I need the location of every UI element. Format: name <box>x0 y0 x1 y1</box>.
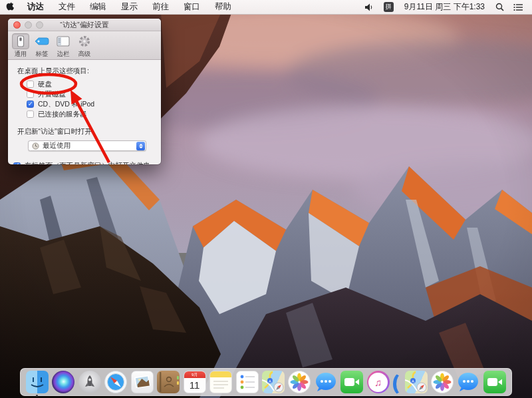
dock-mail-icon[interactable] <box>131 371 154 393</box>
notification-center-icon[interactable] <box>509 0 527 14</box>
general-icon <box>12 33 29 49</box>
dock: 9月 11 A <box>20 368 512 396</box>
menu-item-edit[interactable]: 编辑 <box>82 0 114 14</box>
dock-facetime-icon[interactable] <box>340 371 363 393</box>
itunes-note-glyph: ♫ <box>368 373 388 392</box>
dock-notes-icon[interactable] <box>209 371 232 393</box>
external-disks-checkbox[interactable] <box>27 91 34 98</box>
tab-tags-label: 标签 <box>36 50 49 59</box>
dock-itunes-icon[interactable]: ♫ <box>367 371 390 393</box>
new-window-dropdown[interactable]: 最近使用 <box>28 140 146 151</box>
tab-advanced-label: 高级 <box>78 50 91 59</box>
calendar-month: 9月 <box>184 371 205 378</box>
volume-icon[interactable] <box>361 0 378 14</box>
close-button[interactable] <box>13 21 21 29</box>
gear-icon <box>76 33 93 49</box>
apple-menu-icon[interactable] <box>0 0 20 14</box>
open-in-tabs-checkbox[interactable] <box>13 162 21 165</box>
dropdown-stepper-icon <box>136 142 145 150</box>
dock-siri-icon[interactable] <box>52 371 74 393</box>
preferences-body: 在桌面上显示这些项目: 硬盘 外置磁盘 CD、DVD 和 iPod 已连接的服务… <box>8 60 161 164</box>
input-method-icon[interactable]: 拼 <box>380 0 398 14</box>
open-in-tabs-label: 在标签页（而不是新窗口）中打开文件夹 <box>25 161 150 164</box>
menu-item-help[interactable]: 帮助 <box>207 0 239 14</box>
checkbox-row-servers[interactable]: 已连接的服务器 <box>27 110 161 118</box>
new-window-label: 开启新“访达”窗口时打开: <box>17 127 161 136</box>
window-title: “访达”偏好设置 <box>60 20 108 30</box>
dock-calendar-icon[interactable]: 9月 11 <box>184 371 206 393</box>
dock-reminders-icon[interactable] <box>236 371 259 393</box>
tab-advanced[interactable]: 高级 <box>76 33 93 59</box>
desktop-items-label: 在桌面上显示这些项目: <box>17 67 161 76</box>
cds-label: CD、DVD 和 iPod <box>38 100 94 109</box>
input-method-label: 拼 <box>384 2 394 12</box>
hard-disks-label: 硬盘 <box>38 80 52 89</box>
dock-messages-icon[interactable] <box>315 371 337 393</box>
calendar-day: 11 <box>184 378 205 393</box>
zoom-button[interactable] <box>36 21 43 29</box>
menu-item-window[interactable]: 窗口 <box>176 0 207 14</box>
hard-disks-checkbox[interactable] <box>27 81 34 88</box>
dock-safari-icon[interactable] <box>104 371 127 393</box>
sidebar-icon <box>55 33 72 49</box>
dropdown-value: 最近使用 <box>43 141 70 150</box>
svg-text:A: A <box>412 379 414 383</box>
dock-maps-icon-2[interactable]: A <box>405 371 428 393</box>
tab-general-label: 通用 <box>15 50 27 59</box>
finder-preferences-window: “访达”偏好设置 通用 标签 <box>8 19 161 164</box>
dock-photos-icon[interactable] <box>288 371 311 393</box>
checkbox-row-external-disks[interactable]: 外置磁盘 <box>27 91 161 98</box>
dock-partial-app-icon[interactable] <box>393 371 401 393</box>
menu-item-view[interactable]: 显示 <box>114 0 145 14</box>
dock-maps-icon[interactable]: A <box>262 371 285 393</box>
svg-text:A: A <box>269 379 271 383</box>
checkbox-row-cds[interactable]: CD、DVD 和 iPod <box>27 100 161 108</box>
menu-bar: 访达 文件 编辑 显示 前往 窗口 帮助 拼 9月11日 周三 下午1:33 <box>0 0 532 15</box>
tag-icon <box>33 33 51 49</box>
menubar-clock[interactable]: 9月11日 周三 下午1:33 <box>399 1 490 13</box>
tab-general[interactable]: 通用 <box>12 33 29 59</box>
search-icon[interactable] <box>491 0 508 14</box>
cds-checkbox[interactable] <box>27 100 34 108</box>
menu-item-file[interactable]: 文件 <box>51 0 82 14</box>
servers-checkbox[interactable] <box>27 110 34 118</box>
external-disks-label: 外置磁盘 <box>38 90 66 99</box>
dock-photos-icon-2[interactable] <box>431 371 454 393</box>
menu-item-finder[interactable]: 访达 <box>20 0 51 14</box>
minimize-button[interactable] <box>25 21 32 29</box>
tab-sidebar-label: 边栏 <box>57 50 70 59</box>
servers-label: 已连接的服务器 <box>38 110 87 119</box>
dock-facetime-icon-2[interactable] <box>483 371 506 393</box>
tab-sidebar[interactable]: 边栏 <box>55 33 72 59</box>
window-titlebar[interactable]: “访达”偏好设置 <box>8 19 161 31</box>
checkbox-row-hard-disks[interactable]: 硬盘 <box>27 81 161 88</box>
dock-contacts-icon[interactable] <box>157 371 180 393</box>
dock-finder-icon[interactable] <box>26 371 49 393</box>
recents-icon <box>32 142 39 150</box>
tab-tags[interactable]: 标签 <box>33 33 51 59</box>
dock-launchpad-icon[interactable] <box>78 371 101 393</box>
preferences-toolbar: 通用 标签 边栏 <box>8 31 161 60</box>
dock-messages-icon-2[interactable] <box>457 371 479 393</box>
menu-item-go[interactable]: 前往 <box>145 0 176 14</box>
checkbox-row-open-in-tabs[interactable]: 在标签页（而不是新窗口）中打开文件夹 <box>13 161 161 164</box>
